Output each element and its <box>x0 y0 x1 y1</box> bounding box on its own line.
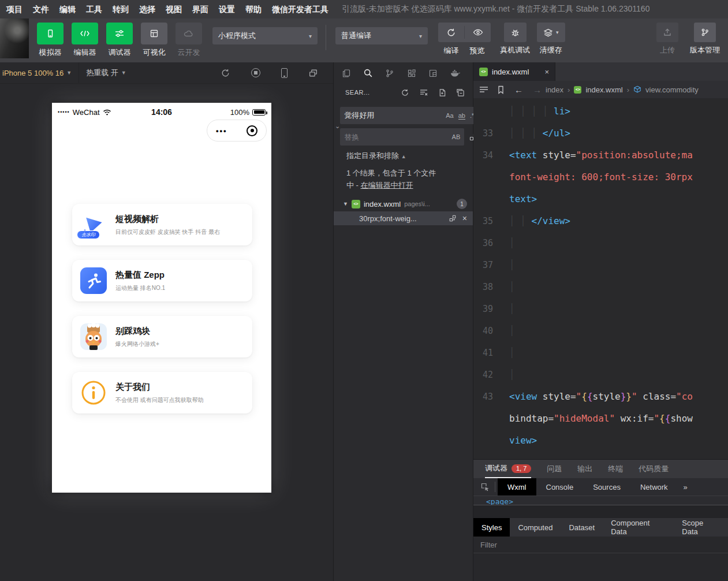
whole-word-icon[interactable]: ab <box>458 112 465 120</box>
new-search-editor-icon[interactable] <box>438 88 446 97</box>
debugger-tab[interactable]: 终端 <box>608 460 623 478</box>
devtools-tab[interactable]: Network <box>630 478 678 496</box>
styles-tab[interactable]: Component Data <box>603 518 674 537</box>
card-game[interactable]: 别踩鸡块 爆火网络小游戏+ <box>72 316 252 357</box>
bookmark-icon[interactable] <box>497 85 505 94</box>
card-about[interactable]: 关于我们 不会使用 或有问题可点我获取帮助 <box>72 372 252 414</box>
outline-list-icon[interactable] <box>479 85 488 94</box>
code-line[interactable]: bindtap="hideModal" wx:if="{{show <box>473 408 728 430</box>
tab-debugger[interactable]: 调试器 1, 7 <box>485 460 531 478</box>
debugger-tab[interactable]: 问题 <box>547 460 562 478</box>
crumb-index[interactable]: index <box>546 85 563 94</box>
styles-tab[interactable]: Dataset <box>561 518 603 537</box>
upload-button[interactable] <box>656 23 678 42</box>
code-line[interactable]: 40│ <box>473 320 728 342</box>
menu-item[interactable]: 文件 <box>28 0 54 18</box>
debugger-tab[interactable]: 代码质量 <box>639 460 669 478</box>
result-match-row[interactable]: 30rpx;font-weig... × <box>334 211 473 225</box>
cloud-dev-toggle[interactable]: 云开发 <box>176 23 202 58</box>
refresh-simulator-icon[interactable] <box>221 68 230 78</box>
devtools-tab[interactable]: Console <box>536 478 584 496</box>
close-capsule-button[interactable] <box>247 125 257 136</box>
code-line[interactable]: 38│ <box>473 276 728 298</box>
more-menu-button[interactable]: ••• <box>216 126 227 135</box>
code-line[interactable]: view> <box>473 430 728 452</box>
tree-caret-icon[interactable]: ▼ <box>343 201 348 207</box>
user-avatar[interactable] <box>0 18 29 58</box>
code-line[interactable]: 36│ <box>473 232 728 254</box>
dismiss-match-icon[interactable]: × <box>462 214 467 223</box>
menu-item[interactable]: 帮助 <box>240 0 267 18</box>
menu-item[interactable]: 转到 <box>107 0 134 18</box>
extensions-icon[interactable] <box>407 69 416 78</box>
menu-item[interactable]: 微信开发者工具 <box>267 0 334 18</box>
result-file-row[interactable]: ▼ <> index.wxml pages\i... 1 <box>334 196 473 211</box>
code-line[interactable]: 41│ <box>473 342 728 364</box>
replace-input[interactable] <box>344 133 451 141</box>
compile-button[interactable] <box>438 23 464 42</box>
menu-item[interactable]: 工具 <box>81 0 107 18</box>
device-debug-button[interactable] <box>504 23 527 42</box>
search-icon[interactable] <box>363 68 373 78</box>
refresh-search-icon[interactable] <box>401 88 409 97</box>
card-zepp[interactable]: 热量值 Zepp 运动热量 排名NO.1 <box>72 260 252 301</box>
match-case-icon[interactable]: Aa <box>446 112 453 119</box>
styles-tab[interactable]: Computed <box>510 518 561 537</box>
preview-button[interactable] <box>465 23 491 42</box>
code-line[interactable]: 42│ <box>473 364 728 386</box>
crumb-node[interactable]: view.commodity <box>645 85 699 94</box>
close-tab-icon[interactable]: × <box>544 68 549 76</box>
device-frame-icon[interactable] <box>281 68 288 78</box>
menu-item[interactable]: 设置 <box>214 0 240 18</box>
code-line[interactable]: 37│ <box>473 254 728 276</box>
docker-icon[interactable] <box>450 69 460 77</box>
menu-item[interactable]: 视图 <box>160 0 187 18</box>
simulator-toggle[interactable]: 模拟器 <box>37 23 64 58</box>
forward-icon[interactable]: → <box>533 85 542 95</box>
clear-cache-button[interactable]: ▾ <box>537 23 565 42</box>
hot-reload-select[interactable]: 热重载 开 ▼ <box>79 62 133 83</box>
editor-toggle[interactable]: 编辑器 <box>72 23 98 58</box>
devtools-tab[interactable]: Sources <box>583 478 630 496</box>
tab-index-wxml[interactable]: <> index.wxml × <box>473 62 555 81</box>
toggle-replace-chevron[interactable]: ⌄ <box>335 107 340 146</box>
crumb-file[interactable]: index.wxml <box>585 85 622 94</box>
preserve-case-icon[interactable]: AB <box>452 133 461 140</box>
code-editor[interactable]: │ │ │ │ li>33│ │ │ </ul>34<text style="p… <box>473 98 728 459</box>
card-video-parse[interactable]: 去水印 短视频解析 目前仅可皮皮虾 皮皮搞笑 快手 抖音 最右 <box>72 204 252 245</box>
code-line[interactable]: │ │ │ │ li> <box>473 100 728 122</box>
devtools-tab-wxml[interactable]: Wxml <box>498 478 536 496</box>
source-control-icon[interactable] <box>385 69 394 78</box>
replace-match-icon[interactable] <box>449 214 457 222</box>
search-input[interactable] <box>344 111 446 120</box>
styles-filter[interactable]: Filter <box>473 537 728 553</box>
code-line[interactable]: 35│ │ </view> <box>473 210 728 232</box>
open-in-editor-link[interactable]: 在编辑器中打开 <box>361 181 413 189</box>
device-select[interactable]: iPhone 5 100% 16 ▼ <box>0 62 79 83</box>
debugger-tab[interactable]: 输出 <box>577 460 592 478</box>
visual-toggle[interactable]: 可视化 <box>141 23 167 58</box>
windows-icon[interactable] <box>308 69 318 77</box>
menu-item[interactable]: 界面 <box>187 0 214 18</box>
code-line[interactable]: 33│ │ │ </ul> <box>473 122 728 144</box>
code-line[interactable]: 43<view style="{{style}}" class="co <box>473 386 728 408</box>
explorer-icon[interactable] <box>342 69 351 78</box>
menu-item[interactable]: 选择 <box>134 0 160 18</box>
debugger-toggle[interactable]: 调试器 <box>106 23 133 58</box>
styles-tab-styles[interactable]: Styles <box>473 518 510 537</box>
code-line[interactable]: font-weight: 600;font-size: 30rpx <box>473 166 728 188</box>
code-line[interactable]: 34<text style="position:absolute;ma <box>473 144 728 166</box>
more-tabs-icon[interactable]: » <box>678 483 693 491</box>
code-line[interactable]: 39│ <box>473 298 728 320</box>
code-line[interactable]: text> <box>473 188 728 210</box>
clear-results-icon[interactable] <box>419 88 428 96</box>
styles-tab[interactable]: Scope Data <box>674 518 728 537</box>
inspect-element-icon[interactable] <box>473 482 495 491</box>
version-button[interactable] <box>694 23 716 42</box>
menu-item[interactable]: 项目 <box>1 0 28 18</box>
compile-mode-select[interactable]: 普通编译 ▾ <box>335 27 428 44</box>
mode-select[interactable]: 小程序模式 ▾ <box>212 27 318 44</box>
outline-icon[interactable] <box>428 69 438 78</box>
collapse-all-icon[interactable] <box>456 88 465 97</box>
record-icon[interactable] <box>251 68 260 77</box>
